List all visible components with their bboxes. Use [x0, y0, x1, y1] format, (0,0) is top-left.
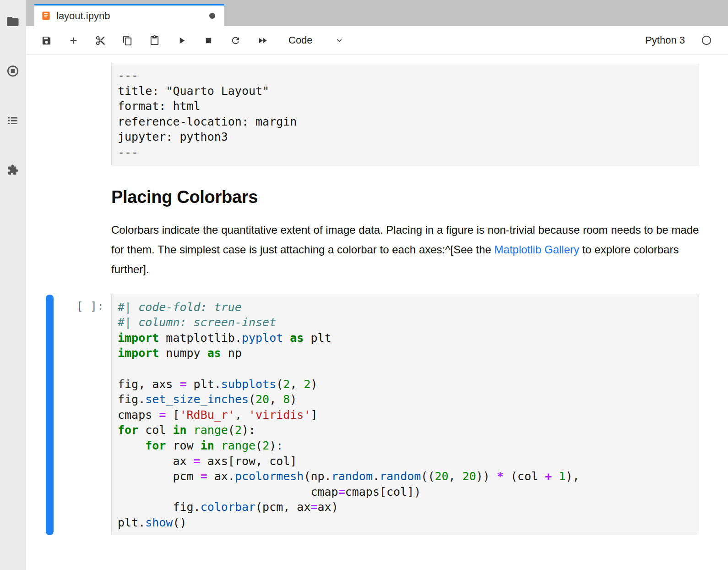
notebook-toolbar: Code Python 3	[26, 26, 728, 55]
cell-type-value: Code	[288, 34, 313, 46]
notebook-file-icon	[41, 11, 51, 21]
tab-bar: layout.ipynb	[26, 0, 728, 26]
insert-cell-button[interactable]	[63, 30, 84, 51]
code-line	[118, 361, 693, 377]
code-line: import numpy as np	[118, 345, 693, 361]
running-sessions-tab[interactable]	[5, 63, 21, 79]
raw-cell: ---title: "Quarto Layout"format: htmlref…	[26, 63, 699, 165]
chevron-down-icon	[335, 36, 344, 45]
code-line: cmaps = ['RdBu_r', 'viridis']	[118, 407, 693, 423]
code-line: import matplotlib.pyplot as plt	[118, 330, 693, 346]
fast-forward-icon	[257, 35, 268, 46]
table-of-contents-tab[interactable]	[5, 113, 21, 128]
restart-run-all-button[interactable]	[252, 30, 273, 51]
idle-kernel-circle-icon	[701, 34, 712, 46]
jupyter-window: layout.ipynb	[0, 0, 728, 570]
raw-line: ---	[118, 145, 693, 160]
code-line: fig, axs = plt.subplots(2, 2)	[118, 377, 693, 392]
code-line: #| code-fold: true	[118, 300, 693, 315]
save-icon	[41, 35, 52, 46]
code-line: cmap=cmaps[col])	[118, 484, 693, 500]
folder-icon	[6, 15, 20, 28]
paste-icon	[149, 35, 160, 46]
stop-icon	[203, 35, 214, 46]
file-browser-tab[interactable]	[5, 14, 21, 29]
page-title: Placing Colorbars	[111, 187, 699, 207]
code-line: pcm = ax.pcolormesh(np.random.random((20…	[118, 469, 693, 484]
notebook-panel: ---title: "Quarto Layout"format: htmlref…	[26, 55, 728, 570]
unsaved-changes-dot	[209, 13, 215, 19]
code-line: for col in range(2):	[118, 422, 693, 438]
raw-line: ---	[118, 68, 693, 83]
code-line: for row in range(2):	[118, 438, 693, 454]
raw-line: jupyter: python3	[118, 129, 693, 145]
code-line: #| column: screen-inset	[118, 315, 693, 330]
scissors-icon	[95, 35, 106, 46]
code-line: plt.show()	[118, 515, 693, 531]
table-of-contents-icon	[6, 114, 20, 127]
raw-cell-gutter	[26, 63, 111, 165]
plus-icon	[68, 35, 79, 46]
markdown-rendered-output: Placing Colorbars Colorbars indicate the…	[111, 165, 699, 279]
copy-cell-button[interactable]	[117, 30, 138, 51]
play-icon	[176, 35, 187, 46]
run-cell-button[interactable]	[171, 30, 192, 51]
code-cell: [ ]: #| code-fold: true#| column: screen…	[26, 295, 699, 536]
raw-line: title: "Quarto Layout"	[118, 83, 693, 99]
cut-cell-button[interactable]	[90, 30, 111, 51]
kernel-name[interactable]: Python 3	[645, 34, 685, 46]
markdown-paragraph: Colorbars indicate the quantitative exte…	[111, 220, 699, 279]
paste-cell-button[interactable]	[144, 30, 165, 51]
copy-icon	[122, 35, 133, 46]
tab-title: layout.ipynb	[56, 10, 110, 22]
restart-kernel-button[interactable]	[225, 30, 246, 51]
code-line: fig.set_size_inches(20, 8)	[118, 392, 693, 407]
kernel-status-icon[interactable]	[701, 34, 712, 46]
markdown-cell-gutter	[26, 165, 111, 279]
raw-line: reference-location: margin	[118, 114, 693, 130]
active-cell-indicator-bar[interactable]	[46, 295, 54, 536]
markdown-cell: Placing Colorbars Colorbars indicate the…	[26, 165, 699, 279]
notebook-tab[interactable]: layout.ipynb	[34, 4, 224, 26]
matplotlib-gallery-link[interactable]: Matplotlib Gallery	[494, 243, 579, 256]
running-sessions-icon	[6, 64, 20, 78]
code-editor[interactable]: #| code-fold: true#| column: screen-inse…	[111, 295, 699, 536]
extensions-puzzle-icon	[6, 163, 20, 177]
extension-manager-tab[interactable]	[5, 162, 21, 178]
save-button[interactable]	[36, 30, 57, 51]
code-line: ax = axs[row, col]	[118, 454, 693, 469]
code-cell-gutter: [ ]:	[26, 295, 111, 536]
raw-line: format: html	[118, 99, 693, 114]
left-activity-bar	[0, 0, 26, 570]
restart-icon	[230, 35, 241, 46]
interrupt-kernel-button[interactable]	[198, 30, 219, 51]
raw-editor[interactable]: ---title: "Quarto Layout"format: htmlref…	[111, 63, 699, 165]
cell-type-dropdown[interactable]: Code	[285, 33, 348, 48]
code-line: fig.colorbar(pcm, ax=ax)	[118, 499, 693, 515]
execution-count-prompt: [ ]:	[76, 300, 104, 313]
